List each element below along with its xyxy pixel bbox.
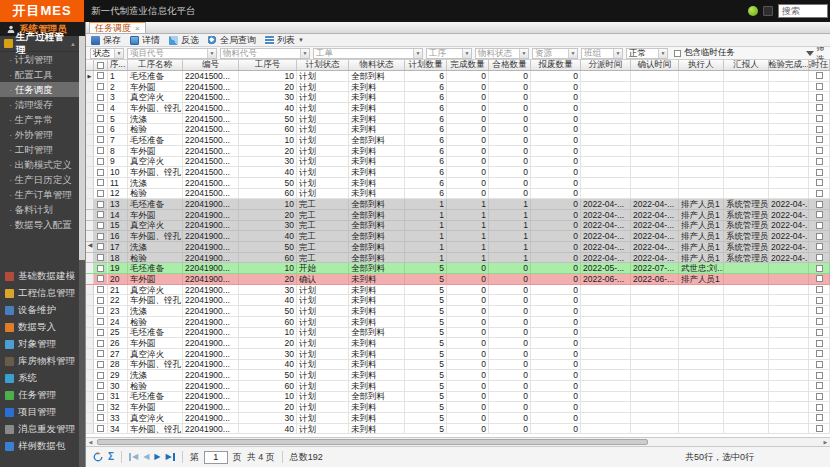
- row-checkbox[interactable]: [97, 254, 104, 261]
- table-row[interactable]: 27真空淬火22041900...30计划未到料5000: [86, 349, 830, 360]
- table-row[interactable]: 8车外圆22041500...20计划未到料6000: [86, 146, 830, 157]
- include-temp-checkbox[interactable]: [674, 50, 681, 57]
- table-row[interactable]: 6检验22041500...60计划未到料6000: [86, 124, 830, 135]
- column-header-plan_qty[interactable]: 计划数量: [405, 60, 447, 70]
- table-row[interactable]: 21真空淬火22041900...30计划未到料5000: [86, 285, 830, 296]
- row-checkbox[interactable]: [97, 275, 104, 282]
- h-scroll-right-icon[interactable]: ▶: [821, 438, 830, 446]
- table-row[interactable]: 26车外圆22041900...20计划未到料5000: [86, 338, 830, 349]
- temp-task-checkbox[interactable]: [816, 414, 823, 421]
- row-checkbox[interactable]: [97, 211, 104, 218]
- filter-material-status[interactable]: 物料状态▼: [475, 48, 529, 59]
- sidebar-scrollbar[interactable]: [79, 36, 85, 467]
- temp-task-checkbox[interactable]: [816, 201, 823, 208]
- filter-project-code[interactable]: 项目代号▼: [127, 48, 217, 59]
- temp-task-checkbox[interactable]: [816, 179, 823, 186]
- row-checkbox[interactable]: [97, 340, 104, 347]
- temp-task-checkbox[interactable]: [816, 275, 823, 282]
- temp-task-checkbox[interactable]: [816, 350, 823, 357]
- temp-task-checkbox[interactable]: [816, 265, 823, 272]
- summary-icon[interactable]: Σ: [108, 452, 114, 462]
- table-row[interactable]: 15真空淬火22041900...30完工全部到料11102022-04-...…: [86, 221, 830, 232]
- column-header-executor[interactable]: 执行人: [679, 60, 724, 70]
- column-header-seq[interactable]: 序...: [108, 60, 128, 70]
- temp-task-checkbox[interactable]: [816, 72, 823, 79]
- row-checkbox[interactable]: [97, 382, 104, 389]
- table-row[interactable]: 28车外圆、镗孔22041900...40计划未到料5000: [86, 360, 830, 371]
- sidebar-module-库房物料管理[interactable]: 库房物料管理: [0, 353, 85, 370]
- row-checkbox[interactable]: [97, 201, 104, 208]
- page-input[interactable]: [204, 451, 228, 464]
- temp-task-checkbox[interactable]: [816, 243, 823, 250]
- 详情-button[interactable]: 详情: [130, 34, 160, 47]
- sidebar-item-出勤模式定义[interactable]: 出勤模式定义: [0, 157, 85, 172]
- filter-resource[interactable]: 资源▼: [532, 48, 578, 59]
- sidebar-scroll-thumb[interactable]: [79, 36, 85, 260]
- dropdown-arrow-icon[interactable]: ▼: [298, 37, 304, 43]
- row-checkbox[interactable]: [97, 169, 104, 176]
- table-row[interactable]: 29洗涤22041900...50计划未到料5000: [86, 370, 830, 381]
- sidebar-collapse-handle[interactable]: ◀: [86, 230, 94, 258]
- sidebar-item-生产订单管理[interactable]: 生产订单管理: [0, 187, 85, 202]
- column-header-code[interactable]: 编号: [183, 60, 239, 70]
- column-header-ok_qty[interactable]: 合格数量: [489, 60, 531, 70]
- sidebar-module-设备维护[interactable]: 设备维护: [0, 302, 85, 319]
- column-header-op_no[interactable]: 工序号: [239, 60, 297, 70]
- row-checkbox[interactable]: [97, 190, 104, 197]
- temp-task-checkbox[interactable]: [816, 83, 823, 90]
- dropdown-arrow-icon[interactable]: ▼: [613, 49, 622, 58]
- 全局查询-button[interactable]: 全局查询: [208, 34, 256, 47]
- row-checkbox[interactable]: [97, 361, 104, 368]
- temp-task-checkbox[interactable]: [816, 372, 823, 379]
- column-header-mat_status[interactable]: 物料状态: [349, 60, 405, 70]
- dropdown-arrow-icon[interactable]: ▼: [413, 49, 422, 58]
- temp-task-checkbox[interactable]: [816, 425, 823, 432]
- temp-task-checkbox[interactable]: [816, 393, 823, 400]
- filter-button[interactable]: 筛选: [806, 47, 830, 60]
- filter-workorder[interactable]: 工单▼: [313, 48, 423, 59]
- status-dot-icon[interactable]: [748, 6, 758, 16]
- 列表-button[interactable]: 列表▼: [265, 34, 304, 47]
- h-scrollbar[interactable]: ◀ ▶: [86, 437, 830, 446]
- sidebar-item-数据导入配置[interactable]: 数据导入配置: [0, 217, 85, 232]
- temp-task-checkbox[interactable]: [816, 222, 823, 229]
- table-row[interactable]: 3真空淬火22041500...30计划未到料6000: [86, 92, 830, 103]
- temp-task-checkbox[interactable]: [816, 147, 823, 154]
- table-row[interactable]: 24检验22041900...60计划未到料5000: [86, 317, 830, 328]
- temp-task-checkbox[interactable]: [816, 104, 823, 111]
- table-row[interactable]: 5洗涤22041500...50计划未到料6000: [86, 114, 830, 125]
- sidebar-module-任务管理[interactable]: 任务管理: [0, 387, 85, 404]
- row-checkbox[interactable]: [97, 94, 104, 101]
- sidebar-module-样例数据包[interactable]: 样例数据包: [0, 438, 85, 455]
- temp-task-checkbox[interactable]: [816, 340, 823, 347]
- temp-task-checkbox[interactable]: [816, 94, 823, 101]
- sidebar-item-生产日历定义[interactable]: 生产日历定义: [0, 172, 85, 187]
- row-checkbox[interactable]: [97, 404, 104, 411]
- column-header-dispatch[interactable]: 分派时间: [581, 60, 631, 70]
- sidebar-module-工程信息管理[interactable]: 工程信息管理: [0, 285, 85, 302]
- 保存-button[interactable]: 保存: [91, 34, 121, 47]
- dropdown-arrow-icon[interactable]: ▼: [519, 49, 528, 58]
- row-checkbox[interactable]: [97, 243, 104, 250]
- table-row[interactable]: 18检验22041900...60完工全部到料11102022-04-...20…: [86, 253, 830, 264]
- row-checkbox[interactable]: [97, 265, 104, 272]
- sidebar-module-项目管理[interactable]: 项目管理: [0, 404, 85, 421]
- temp-task-checkbox[interactable]: [816, 126, 823, 133]
- dropdown-arrow-icon[interactable]: ▼: [207, 49, 216, 58]
- column-header-reporter[interactable]: 汇报人: [724, 60, 769, 70]
- filter-normal[interactable]: 正常▼: [626, 48, 668, 59]
- sidebar-item-配置工具[interactable]: 配置工具: [0, 67, 85, 82]
- row-checkbox[interactable]: [97, 72, 104, 79]
- sidebar-item-计划管理[interactable]: 计划管理: [0, 52, 85, 67]
- sidebar-item-外协管理[interactable]: 外协管理: [0, 127, 85, 142]
- tab-task-scheduling[interactable]: 任务调度 ×: [89, 22, 146, 33]
- nav-first-button[interactable]: ◀: [129, 453, 138, 461]
- temp-task-checkbox[interactable]: [816, 318, 823, 325]
- row-checkbox[interactable]: [97, 126, 104, 133]
- row-checkbox[interactable]: [97, 414, 104, 421]
- table-row[interactable]: 22车外圆、镗孔22041900...40计划未到料5000: [86, 295, 830, 306]
- h-scroll-thumb[interactable]: [97, 439, 648, 445]
- table-row[interactable]: 20车外圆22041900...20确认未到料50002022-06-...20…: [86, 274, 830, 285]
- table-row[interactable]: 13毛坯准备22041900...10完工全部到料11102022-04-...…: [86, 199, 830, 210]
- column-header-scrap_qty[interactable]: 报废数量: [531, 60, 581, 70]
